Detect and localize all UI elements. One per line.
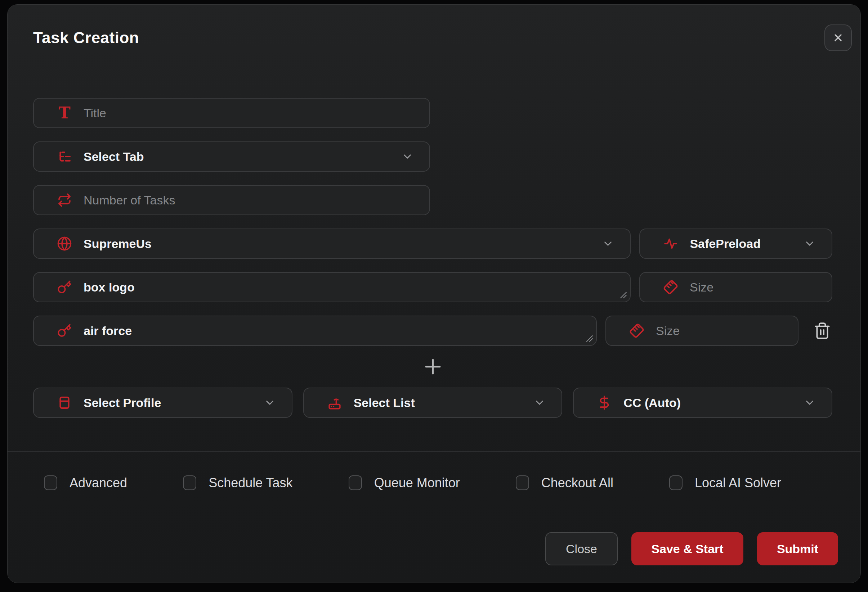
globe-icon bbox=[57, 236, 72, 251]
activity-pulse-icon bbox=[663, 236, 678, 251]
submit-button[interactable]: Submit bbox=[757, 532, 838, 565]
select-list-dropdown[interactable]: Select List bbox=[303, 387, 562, 418]
size-field[interactable] bbox=[639, 272, 833, 302]
chevron-down-icon bbox=[401, 150, 413, 163]
checkbox-box[interactable] bbox=[44, 476, 57, 490]
select-profile-value: Select Profile bbox=[84, 396, 264, 410]
checkbox-queue-monitor[interactable]: Queue Monitor bbox=[348, 476, 460, 490]
select-profile-dropdown[interactable]: Select Profile bbox=[33, 387, 292, 418]
select-tab-value: Select Tab bbox=[84, 150, 401, 164]
checkbox-box[interactable] bbox=[669, 476, 682, 490]
modal-header: Task Creation bbox=[7, 5, 861, 71]
list-tree-icon bbox=[57, 149, 72, 164]
select-list-value: Select List bbox=[354, 396, 534, 410]
chevron-down-icon bbox=[264, 396, 276, 409]
title-field[interactable]: T bbox=[33, 98, 430, 128]
number-of-tasks-input[interactable] bbox=[84, 186, 413, 215]
keywords-field[interactable] bbox=[33, 316, 597, 346]
type-icon: T bbox=[57, 105, 72, 121]
ruler-icon bbox=[629, 323, 644, 338]
checkbox-advanced[interactable]: Advanced bbox=[44, 476, 127, 490]
add-product-button[interactable] bbox=[419, 352, 447, 381]
checkbox-label: Local AI Solver bbox=[695, 476, 781, 490]
ruler-icon bbox=[663, 280, 678, 295]
modal-body: T Select Tab bbox=[7, 71, 861, 418]
checkbox-label: Schedule Task bbox=[208, 476, 293, 490]
checkbox-box[interactable] bbox=[348, 476, 362, 490]
close-button[interactable] bbox=[824, 25, 852, 51]
keywords-textarea[interactable] bbox=[84, 316, 580, 345]
payment-mode-value: CC (Auto) bbox=[623, 396, 803, 410]
select-tab-dropdown[interactable]: Select Tab bbox=[33, 141, 430, 172]
key-icon bbox=[57, 323, 72, 338]
checkbox-label: Checkout All bbox=[541, 476, 613, 490]
product-row bbox=[33, 272, 833, 302]
mode-dropdown[interactable]: SafePreload bbox=[639, 228, 833, 259]
page-title: Task Creation bbox=[33, 29, 139, 47]
chevron-down-icon bbox=[602, 237, 614, 250]
dollar-icon bbox=[597, 395, 612, 410]
checkbox-label: Advanced bbox=[69, 476, 127, 490]
repeat-icon bbox=[57, 193, 72, 208]
save-and-start-button[interactable]: Save & Start bbox=[631, 532, 743, 565]
checkbox-local-ai-solver[interactable]: Local AI Solver bbox=[669, 476, 781, 490]
chevron-down-icon bbox=[803, 396, 816, 409]
size-field[interactable] bbox=[605, 316, 799, 346]
checkbox-schedule-task[interactable]: Schedule Task bbox=[183, 476, 293, 490]
modal-footer: Close Save & Start Submit bbox=[7, 514, 861, 583]
plus-icon bbox=[422, 356, 443, 377]
key-icon bbox=[57, 280, 72, 295]
chevron-down-icon bbox=[533, 396, 546, 409]
site-dropdown[interactable]: SupremeUs bbox=[33, 228, 631, 259]
chevron-down-icon bbox=[803, 237, 816, 250]
checkbox-checkout-all[interactable]: Checkout All bbox=[516, 476, 613, 490]
router-icon bbox=[327, 395, 342, 410]
options-band: Advanced Schedule Task Queue Monitor Che… bbox=[7, 451, 861, 514]
resize-handle-icon[interactable] bbox=[620, 291, 627, 299]
resize-handle-icon[interactable] bbox=[586, 335, 593, 343]
size-input[interactable] bbox=[690, 273, 855, 302]
checkbox-box[interactable] bbox=[183, 476, 196, 490]
keywords-field[interactable] bbox=[33, 272, 631, 302]
task-creation-modal: Task Creation T Select Tab bbox=[7, 4, 861, 583]
product-row bbox=[33, 316, 833, 346]
keywords-textarea[interactable] bbox=[84, 273, 614, 302]
size-input[interactable] bbox=[656, 316, 822, 345]
checkbox-label: Queue Monitor bbox=[374, 476, 460, 490]
close-footer-button[interactable]: Close bbox=[545, 532, 618, 565]
credit-card-icon bbox=[57, 395, 72, 410]
checkbox-box[interactable] bbox=[516, 476, 529, 490]
number-of-tasks-field[interactable] bbox=[33, 185, 430, 215]
mode-value: SafePreload bbox=[690, 237, 803, 251]
title-input[interactable] bbox=[84, 99, 413, 127]
payment-mode-dropdown[interactable]: CC (Auto) bbox=[573, 387, 833, 418]
site-value: SupremeUs bbox=[84, 237, 602, 251]
close-x-icon bbox=[833, 32, 844, 44]
